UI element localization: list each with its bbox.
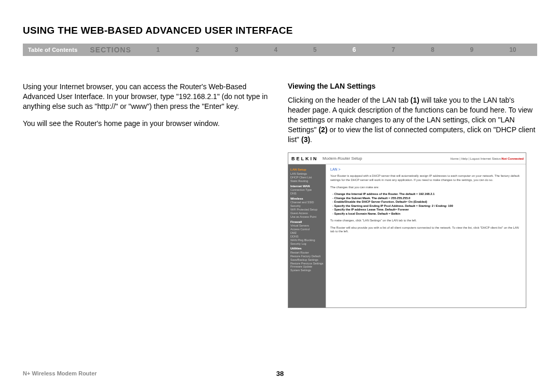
section-5[interactable]: 5 [313,46,317,53]
intro-paragraph-2: You will see the Router's home page in y… [23,119,272,129]
ss-wan: Internet WAN [290,185,324,189]
section-1[interactable]: 1 [157,46,160,53]
page-footer: N+ Wireless Modem Router 38 [23,370,537,376]
ss-wireless: Wireless [290,197,324,201]
page-title: USING THE WEB-BASED ADVANCED USER INTERF… [23,25,537,36]
ss-lan-setup: LAN Setup [290,168,324,172]
section-6[interactable]: 6 [353,46,356,53]
ss-channel: Channel and SSID [290,201,324,204]
ss-restoreprev: Restore Previous Settings [290,262,324,265]
ss-para1: Your Router is equipped with a DHCP serv… [330,174,522,182]
ss-security: Security [290,204,324,208]
section-numbers: 1 2 3 4 5 6 7 8 9 10 [135,46,537,53]
ss-main: LAN > Your Router is equipped with a DHC… [326,164,526,308]
ss-fw: Firmware Update [290,265,324,269]
ss-sidebar: LAN Setup LAN Settings DHCP Client List … [288,164,326,308]
section-9[interactable]: 9 [470,46,474,53]
ss-header: BELKIN Modem-Router Setup Home | Help | … [288,153,526,164]
ss-conn-type: Connection Type [290,188,324,192]
ss-bullets: - Change the Internal IP address of the … [332,192,522,216]
ss-restart: Restart Router [290,251,324,255]
section-4[interactable]: 4 [274,46,277,53]
ss-sys: System Settings [290,269,324,272]
toc-link[interactable]: Table of Contents [23,47,90,53]
section-2[interactable]: 2 [195,46,199,53]
sections-label: SECTIONS [90,46,131,54]
right-column: Viewing the LAN Settings Clicking on the… [288,82,537,308]
ss-vs: Virtual Servers [290,224,324,228]
product-name: N+ Wireless Modem Router [23,370,97,376]
ss-lan-settings: LAN Settings [290,172,324,176]
ss-ac: Access Control [290,228,324,231]
ss-para2: The changes that you can make are: [330,186,522,190]
ss-save: Save/Backup Settings [290,258,324,262]
ss-firewall: Firewall [290,220,324,225]
section-8[interactable]: 8 [431,46,435,53]
section-7[interactable]: 7 [391,46,395,53]
ss-wpb: WAN Ping Blocking [290,239,324,242]
router-ui-screenshot: BELKIN Modem-Router Setup Home | Help | … [288,152,526,308]
ss-static-routing: Static Routing [290,179,324,183]
intro-paragraph-1: Using your Internet browser, you can acc… [23,82,272,111]
ss-breadcrumb: LAN > [330,167,522,171]
ss-top-links: Home | Help | Logout Internet Status:Not… [450,157,526,160]
ss-title: Modem-Router Setup [319,156,450,161]
ss-wps: WiFi Protected Setup [290,208,324,212]
section-10[interactable]: 10 [509,46,516,53]
ss-ap: Use as Access Point [290,215,324,219]
section-navbar: Table of Contents SECTIONS 1 2 3 4 5 6 7… [23,44,537,56]
ss-ddns: DDNS [290,235,324,239]
page-number: 38 [276,370,284,377]
ss-para4: The Router will also provide you with a … [330,226,522,234]
ss-guest: Guest Access [290,212,324,215]
lan-settings-paragraph: Clicking on the header of the LAN tab (1… [288,95,537,144]
ss-utilities: Utilities [290,247,324,251]
lan-settings-heading: Viewing the LAN Settings [288,82,537,90]
left-column: Using your Internet browser, you can acc… [23,82,272,308]
ss-dns: DNS [290,192,324,195]
ss-restore: Restore Factory Default [290,255,324,258]
ss-dhcp-client: DHCP Client List [290,176,324,179]
ss-seclog: Security Log [290,242,324,246]
section-3[interactable]: 3 [235,46,239,53]
ss-dmz: DMZ [290,231,324,235]
ss-para3: To make changes, click "LAN Settings" on… [330,219,522,223]
belkin-logo: BELKIN [288,156,319,161]
